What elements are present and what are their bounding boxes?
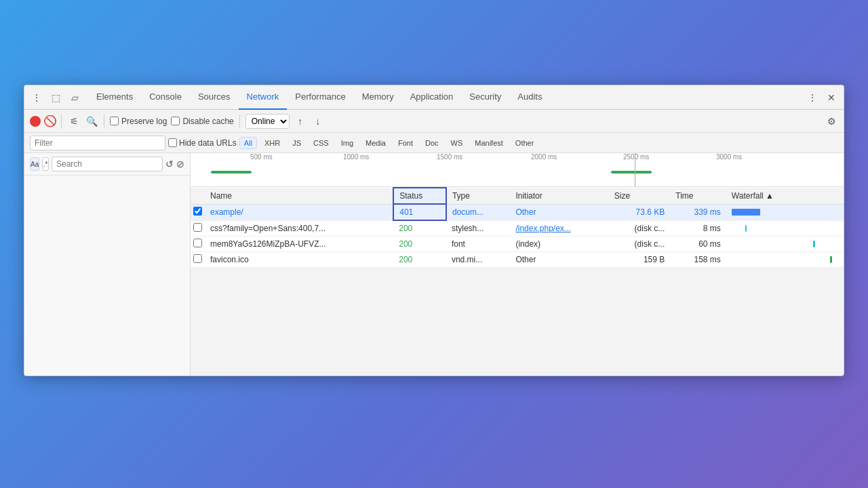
network-table: Name Status Type Initiator Size Time Wat…: [191, 187, 844, 375]
inspect-element-button[interactable]: ⬚: [47, 89, 64, 106]
tab-security[interactable]: Security: [461, 85, 509, 110]
row-initiator: Other: [510, 252, 608, 268]
search-button[interactable]: 🔍: [85, 115, 98, 128]
row-checkbox[interactable]: [191, 204, 205, 220]
filter-row: Hide data URLs All XHR JS CSS Img Media …: [24, 133, 844, 153]
toolbar-divider-2: [104, 115, 104, 128]
row-checkbox[interactable]: [191, 252, 205, 268]
disable-cache-label[interactable]: Disable cache: [171, 117, 233, 126]
import-button[interactable]: ↑: [294, 115, 307, 128]
devtools-menu-button[interactable]: ⋮: [28, 89, 45, 106]
disable-cache-checkbox[interactable]: [171, 117, 180, 125]
preserve-log-checkbox[interactable]: [110, 117, 119, 125]
filter-media[interactable]: Media: [361, 137, 391, 149]
throttle-select[interactable]: Online: [245, 114, 290, 129]
row-time: 60 ms: [670, 237, 726, 252]
row-checkbox[interactable]: [191, 220, 205, 237]
table-row[interactable]: css?family=Open+Sans:400,7... 200 styles…: [191, 220, 844, 237]
tab-sources[interactable]: Sources: [190, 85, 239, 110]
col-checkbox[interactable]: [191, 188, 205, 204]
search-close-button[interactable]: ⊘: [176, 156, 184, 172]
clear-button[interactable]: 🚫: [45, 116, 56, 127]
row-waterfall: [726, 237, 844, 252]
row-status: 200: [393, 220, 446, 237]
devtools-close-button[interactable]: ✕: [823, 89, 840, 106]
row-select-checkbox[interactable]: [193, 239, 202, 247]
tab-elements[interactable]: Elements: [88, 85, 141, 110]
hide-data-urls-checkbox[interactable]: [168, 138, 177, 147]
search-panel: Aa .* ↺ ⊘: [24, 153, 191, 375]
col-type[interactable]: Type: [446, 188, 511, 204]
row-select-checkbox[interactable]: [193, 223, 202, 232]
timeline-cursor: [635, 153, 635, 186]
row-status: 200: [393, 237, 446, 252]
row-name[interactable]: mem8YaGs126MiZpBA-UFVZ...: [205, 237, 393, 252]
filter-input[interactable]: [30, 136, 165, 150]
search-case-sensitive-button[interactable]: Aa: [30, 157, 39, 171]
row-select-checkbox[interactable]: [193, 207, 202, 216]
row-size: 73.6 KB: [609, 204, 671, 220]
filter-button[interactable]: ⚟: [67, 115, 81, 128]
timeline-label-1000: 1000 ms: [343, 153, 369, 161]
timeline-area: 500 ms 1000 ms 1500 ms 2000 ms 2500 ms 3…: [191, 153, 844, 187]
row-select-checkbox[interactable]: [193, 254, 202, 263]
filter-js[interactable]: JS: [288, 137, 306, 149]
row-name[interactable]: favicon.ico: [205, 252, 393, 268]
table-row[interactable]: mem8YaGs126MiZpBA-UFVZ... 200 font (inde…: [191, 237, 844, 252]
filter-manifest[interactable]: Manifest: [470, 137, 508, 149]
row-name[interactable]: example/: [205, 204, 393, 220]
network-panel: 500 ms 1000 ms 1500 ms 2000 ms 2500 ms 3…: [191, 153, 844, 375]
table-row[interactable]: favicon.ico 200 vnd.mi... Other 159 B 15…: [191, 252, 844, 268]
row-type: font: [446, 237, 511, 252]
row-type: vnd.mi...: [446, 252, 511, 268]
col-time[interactable]: Time: [670, 188, 726, 204]
export-button[interactable]: ↓: [311, 115, 325, 128]
network-settings-button[interactable]: ⚙: [825, 115, 838, 128]
filter-css[interactable]: CSS: [309, 137, 334, 149]
tab-application[interactable]: Application: [402, 85, 462, 110]
filter-font[interactable]: Font: [393, 137, 418, 149]
tab-memory[interactable]: Memory: [354, 85, 402, 110]
timeline-label-500: 500 ms: [250, 153, 273, 161]
tab-bar-icons: ⋮ ⬚ ▱: [28, 89, 83, 106]
timeline-bar-1: [211, 171, 252, 174]
tab-audits[interactable]: Audits: [509, 85, 550, 110]
row-waterfall: [726, 220, 844, 237]
timeline-label-3000: 3000 ms: [716, 153, 742, 161]
device-mode-button[interactable]: ▱: [66, 89, 83, 106]
search-input[interactable]: [52, 157, 163, 171]
hide-data-urls-label[interactable]: Hide data URLs: [168, 138, 237, 148]
row-name[interactable]: css?family=Open+Sans:400,7...: [205, 220, 393, 237]
preserve-log-label[interactable]: Preserve log: [110, 117, 167, 126]
search-regex-button[interactable]: .*: [42, 157, 49, 171]
col-waterfall[interactable]: Waterfall ▲: [726, 188, 844, 204]
record-button[interactable]: [30, 116, 41, 127]
devtools-more-button[interactable]: ⋮: [804, 89, 821, 106]
row-time: 158 ms: [670, 252, 726, 268]
row-time: 8 ms: [670, 220, 726, 237]
row-status: 200: [393, 252, 446, 268]
table-row[interactable]: example/ 401 docum... Other 73.6 KB 339 …: [191, 204, 844, 220]
filter-xhr[interactable]: XHR: [260, 137, 285, 149]
tab-bar: ⋮ ⬚ ▱ Elements Console Sources Network P…: [24, 85, 844, 110]
col-status[interactable]: Status: [393, 188, 446, 204]
filter-all[interactable]: All: [239, 137, 257, 149]
row-checkbox[interactable]: [191, 237, 205, 252]
filter-img[interactable]: Img: [336, 137, 358, 149]
col-size[interactable]: Size: [609, 188, 671, 204]
tab-performance[interactable]: Performance: [287, 85, 353, 110]
col-name[interactable]: Name: [205, 188, 393, 204]
tab-console[interactable]: Console: [141, 85, 190, 110]
row-time: 339 ms: [670, 204, 726, 220]
requests-table: Name Status Type Initiator Size Time Wat…: [191, 187, 844, 268]
filter-ws[interactable]: WS: [446, 137, 468, 149]
network-toolbar: 🚫 ⚟ 🔍 Preserve log Disable cache Online …: [24, 110, 844, 133]
row-waterfall: [726, 204, 844, 220]
filter-other[interactable]: Other: [511, 137, 539, 149]
search-refresh-button[interactable]: ↺: [165, 156, 174, 172]
col-initiator[interactable]: Initiator: [510, 188, 608, 204]
devtools-window: ⋮ ⬚ ▱ Elements Console Sources Network P…: [24, 85, 844, 376]
timeline-label-2000: 2000 ms: [531, 153, 557, 161]
filter-doc[interactable]: Doc: [420, 137, 443, 149]
tab-network[interactable]: Network: [239, 85, 288, 110]
